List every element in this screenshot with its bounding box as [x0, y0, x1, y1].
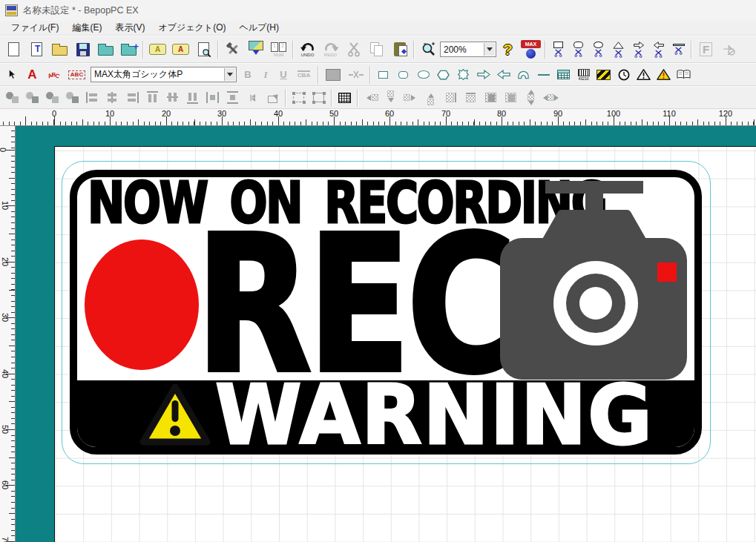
cut-arrow-right-button[interactable]	[628, 38, 648, 62]
paste-button[interactable]	[388, 38, 411, 62]
fill-pattern-2-button[interactable]	[501, 87, 521, 108]
open-file-button[interactable]	[48, 38, 71, 62]
rotate-object-button[interactable]	[263, 87, 283, 108]
grid-table-button[interactable]	[335, 87, 355, 108]
table-tool-button[interactable]	[553, 65, 573, 85]
cut-rounded-button[interactable]	[568, 38, 588, 62]
clock-symbol-button[interactable]	[614, 65, 634, 85]
menu-object[interactable]: オブジェクト(O)	[151, 20, 232, 36]
shape-rect-button[interactable]	[373, 65, 393, 85]
shape-line-button[interactable]	[533, 65, 553, 85]
shape-arch-button[interactable]	[513, 65, 533, 85]
undo-button[interactable]: UNDO	[296, 38, 319, 62]
halfcut-setting-button[interactable]	[344, 65, 367, 85]
nudge-up-button[interactable]	[421, 87, 441, 108]
menu-help[interactable]: ヘルプ(H)	[232, 20, 286, 36]
register-file-button[interactable]: +	[117, 38, 140, 62]
align-left-button[interactable]	[82, 87, 102, 108]
zoom-combo-dropdown[interactable]	[484, 43, 495, 56]
print-preview-button[interactable]	[192, 38, 215, 62]
cut-button[interactable]	[342, 38, 365, 62]
menu-file[interactable]: ファイル(F)	[4, 20, 65, 36]
camera-icon[interactable]	[498, 181, 691, 381]
save-button[interactable]	[71, 38, 94, 62]
resize-h-button[interactable]	[541, 87, 561, 108]
numbering-button[interactable]: 1 2 NUM	[267, 38, 290, 62]
design-sheet[interactable]: NOW ON RECORDING REC	[54, 146, 756, 542]
shape-arrow-left-button[interactable]	[493, 65, 513, 85]
bold-button[interactable]: B	[239, 65, 257, 85]
print-setting-button[interactable]: A	[169, 38, 192, 62]
cut-line-button[interactable]	[668, 38, 688, 62]
warning-symbol-button[interactable]	[634, 65, 654, 85]
import-file-button[interactable]	[94, 38, 117, 62]
ungroup-objects-button[interactable]	[309, 87, 329, 108]
record-dot[interactable]	[85, 239, 199, 370]
nudge-left-button[interactable]	[361, 87, 381, 108]
hazard-pattern-button[interactable]	[594, 65, 614, 85]
font-family-combo[interactable]: MAX太角ゴシック体P	[91, 67, 237, 82]
warning-triangle-icon[interactable]	[138, 382, 212, 447]
font-combo-dropdown[interactable]	[224, 68, 235, 81]
free-cut-button[interactable]	[717, 38, 740, 62]
cut-rect-button[interactable]	[548, 38, 568, 62]
nudge-right-button[interactable]	[401, 87, 421, 108]
align-right-button[interactable]	[122, 87, 142, 108]
cut-triangle-button[interactable]	[608, 38, 628, 62]
text-tool-button[interactable]: A	[22, 65, 42, 85]
nudge-down-button[interactable]	[381, 87, 401, 108]
equal-spacing-v-button[interactable]	[441, 87, 461, 108]
cut-arrow-left-button[interactable]	[648, 38, 668, 62]
menu-view[interactable]: 表示(V)	[108, 20, 151, 36]
reverse-text-button[interactable]: CBA	[292, 65, 315, 85]
box-text-tool-button[interactable]: ABC	[65, 65, 88, 85]
align-top-button[interactable]	[142, 87, 162, 108]
resize-v-button[interactable]	[521, 87, 541, 108]
layout-setting-button[interactable]: A	[146, 38, 169, 62]
underline-button[interactable]: U	[275, 65, 292, 85]
color-setting-button[interactable]	[321, 65, 344, 85]
equal-spacing-h-button[interactable]	[461, 87, 481, 108]
align-center-h-button[interactable]	[102, 87, 122, 108]
shape-polygon-button[interactable]	[453, 65, 473, 85]
distribute-h-button[interactable]	[203, 87, 223, 108]
help-button[interactable]: ?	[496, 38, 519, 62]
warning-symbol-yellow-button[interactable]	[654, 65, 674, 85]
shape-hexagon-button[interactable]	[433, 65, 453, 85]
send-backward-button[interactable]	[62, 87, 82, 108]
bring-to-front-button[interactable]	[2, 87, 22, 108]
nudge-up-icon	[427, 90, 434, 105]
shape-arrow-right-button[interactable]	[473, 65, 493, 85]
function-f-button[interactable]: F	[694, 38, 717, 62]
bring-forward-button[interactable]	[42, 87, 62, 108]
group-objects-button[interactable]	[289, 87, 309, 108]
zoom-level-combo[interactable]: 200%	[440, 42, 496, 57]
cut-ellipse-button[interactable]	[588, 38, 608, 62]
fill-pattern-1-button[interactable]	[481, 87, 501, 108]
shape-ellipse-button[interactable]	[413, 65, 433, 85]
new-text-button[interactable]: T	[25, 38, 48, 62]
select-tool-button[interactable]	[2, 65, 22, 85]
align-middle-v-button[interactable]	[162, 87, 183, 108]
sticker-border-frame[interactable]: NOW ON RECORDING REC	[70, 170, 702, 455]
sticker-warning-text[interactable]: WARNING	[215, 374, 654, 455]
down-arrow-icon	[252, 50, 260, 59]
menu-edit[interactable]: 編集(E)	[65, 20, 108, 36]
italic-button[interactable]: I	[257, 65, 275, 85]
shape-rounded-button[interactable]	[393, 65, 413, 85]
flip-object-button[interactable]	[243, 87, 263, 108]
workspace[interactable]: NOW ON RECORDING REC	[16, 126, 756, 542]
new-document-button[interactable]	[2, 38, 25, 62]
copy-button[interactable]	[365, 38, 388, 62]
send-to-back-button[interactable]	[22, 87, 42, 108]
clipart-button[interactable]	[674, 65, 694, 85]
import-image-button[interactable]	[244, 38, 267, 62]
redo-button[interactable]: REDO	[319, 38, 342, 62]
max-brand-button[interactable]: MAX	[519, 38, 542, 62]
align-bottom-button[interactable]	[183, 87, 203, 108]
arc-text-tool-button[interactable]: ABC	[42, 65, 65, 85]
tool-settings-button[interactable]	[221, 38, 244, 62]
distribute-v-button[interactable]	[223, 87, 243, 108]
barcode-tool-button[interactable]: 43210	[573, 65, 594, 85]
zoom-tool-button[interactable]	[417, 38, 440, 62]
